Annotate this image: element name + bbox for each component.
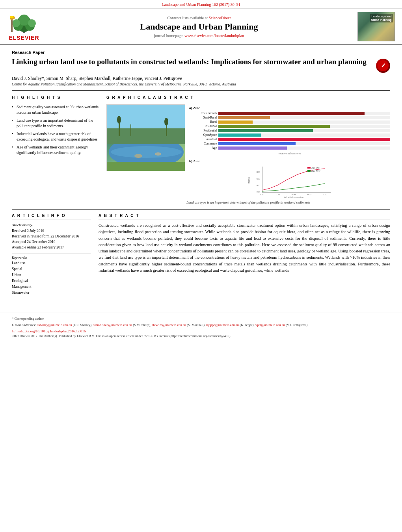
svg-text:✓: ✓ (381, 62, 386, 69)
article-title-text: Linking urban land use to pollutants in … (12, 57, 372, 67)
svg-rect-17 (130, 124, 131, 136)
keyword: Spatial (12, 266, 91, 272)
svg-text:industrial proportion: industrial proportion (284, 196, 303, 198)
svg-text:600: 600 (257, 178, 260, 180)
email-pettigrove[interactable]: vpet@unimelb.edu.au (255, 323, 285, 327)
bar-label: Semi-Rural (189, 116, 217, 119)
graphical-abstract-heading: G R A P H I C A L A B S T R A C T (106, 95, 390, 101)
bar-outer (218, 138, 390, 141)
bar-label: Age (189, 146, 217, 150)
bar-outer (218, 146, 390, 150)
sciencedirect-line: Contents lists available at ScienceDirec… (46, 16, 352, 20)
svg-rect-37 (307, 167, 311, 169)
svg-text:0.00: 0.00 (260, 193, 264, 196)
bar-inner (218, 138, 390, 141)
bar-outer (218, 125, 390, 128)
svg-rect-22 (107, 162, 185, 171)
list-item: Sediment quality was assessed at 98 urba… (12, 104, 99, 115)
bar-outer (218, 129, 390, 132)
bar-inner (218, 142, 296, 145)
bar-row: Urban Growth (189, 111, 390, 115)
crossmark-icon[interactable]: ✓ (376, 59, 390, 73)
authors: David J. Sharley*, Simon M. Sharp, Steph… (12, 76, 390, 81)
chart-a-title: a) Zinc (189, 106, 390, 110)
email-label: E-mail addresses: (12, 323, 36, 327)
article-title-row: Linking urban land use to pollutants in … (12, 57, 390, 73)
svg-text:800: 800 (257, 171, 260, 173)
email-sharley[interactable]: dsharley@unimelb.edu.au (37, 323, 72, 327)
crossmark-logo: ✓ (376, 59, 390, 73)
corresponding-note-text: * Corresponding author. (12, 317, 44, 321)
svg-point-16 (117, 116, 121, 124)
keyword: Ecological (12, 278, 91, 284)
bar-label: OpenSpace (189, 133, 217, 137)
journal-top-link-text[interactable]: Landscape and Urban Planning 162 (2017) … (162, 2, 240, 7)
chart-a-axis-label: relative influence % (189, 152, 390, 155)
email-marshall[interactable]: steve.m@unimelb.edu.au (152, 323, 186, 327)
keyword: Stormwater (12, 290, 91, 296)
bar-inner (218, 116, 270, 119)
paper-type: Research Paper (12, 50, 390, 55)
svg-text:1.00: 1.00 (323, 193, 328, 196)
affiliation: Centre for Aquatic Pollution Identificat… (12, 82, 390, 91)
footer: * Corresponding author. E-mail addresses… (0, 313, 402, 342)
ga-chart-area: a) Zinc Urban Growth Semi-Rural (189, 104, 390, 199)
crossmark-svg: ✓ (377, 60, 389, 72)
received-text: Received 6 July 2016 (12, 228, 91, 234)
sciencedirect-link[interactable]: ScienceDirect (208, 16, 231, 20)
ga-caption: Land use type is an important determinan… (106, 200, 390, 204)
bar-chart-container: a) Zinc Urban Growth Semi-Rural (189, 104, 390, 157)
header-band: ELSEVIER Contents lists available at Sci… (0, 9, 402, 45)
email-sharp[interactable]: simon.shap@unimelb.edu.au (93, 323, 132, 327)
email-footnote: E-mail addresses: dsharley@unimelb.edu.a… (12, 323, 390, 328)
svg-text:0.75: 0.75 (307, 193, 312, 196)
highlights-graphical-section: H I G H L I G H T S Sediment quality was… (12, 95, 390, 204)
svg-rect-39 (307, 170, 311, 172)
bar-label: Residential (189, 129, 217, 132)
bar-label: Industrial (189, 137, 217, 141)
bar-row: OpenSpace (189, 133, 390, 137)
bar-label: Road/Rail (189, 124, 217, 128)
journal-homepage: journal homepage: www.elsevier.com/locat… (46, 33, 352, 38)
article-info-heading: A R T I C L E I N F O (12, 213, 91, 219)
bar-label: Commerce (189, 142, 217, 145)
graphical-abstract-col: G R A P H I C A L A B S T R A C T (106, 95, 390, 204)
ga-wetland-image (106, 104, 185, 171)
elsevier-wordmark: ELSEVIER (9, 35, 39, 41)
bar-inner (218, 125, 330, 128)
accepted-text: Accepted 24 December 2016 (12, 239, 91, 245)
header-center: Contents lists available at ScienceDirec… (46, 16, 352, 38)
bar-row: Road/Rail (189, 124, 390, 128)
bar-inner (218, 120, 253, 124)
svg-text:Age Old: Age Old (311, 167, 320, 169)
corresponding-note: * Corresponding author. (12, 316, 390, 321)
doi-link[interactable]: http://dx.doi.org/10.1016/j.landurbplan.… (12, 329, 86, 333)
abstract-text: Constructed wetlands are recognised as a… (99, 222, 390, 274)
bar-row: Rural (189, 120, 390, 124)
keyword: Management (12, 284, 91, 290)
main-content: Research Paper Linking urban land use to… (0, 45, 402, 305)
svg-text:400: 400 (257, 184, 260, 187)
bar-outer (218, 116, 390, 119)
bar-row: Age (189, 146, 390, 150)
homepage-url[interactable]: www.elsevier.com/locate/landurbplan (184, 33, 244, 38)
bar-inner (218, 146, 287, 150)
journal-thumbnail: Landscape andUrban Planning (357, 12, 395, 41)
revised-text: Received in revised form 22 December 201… (12, 234, 91, 239)
bar-outer (218, 120, 390, 124)
svg-text:Age New: Age New (311, 170, 320, 172)
divider (12, 209, 390, 209)
kw-divider (12, 254, 91, 254)
bar-row: Semi-Rural (189, 116, 390, 119)
header-right: Landscape andUrban Planning (356, 12, 396, 41)
svg-text:200: 200 (257, 191, 260, 193)
journal-top-link[interactable]: Landscape and Urban Planning 162 (2017) … (0, 0, 402, 9)
bar-row: Industrial (189, 137, 390, 141)
journal-thumb-text: Landscape andUrban Planning (370, 14, 393, 22)
homepage-label: journal homepage: (154, 33, 184, 38)
email-jeppe[interactable]: kjeppe@unimelb.edu.au (206, 323, 239, 327)
svg-text:0.50: 0.50 (292, 193, 296, 196)
bar-label: Urban Growth (189, 111, 217, 115)
bar-row: Commerce (189, 142, 390, 145)
article-info-col: A R T I C L E I N F O Article history: R… (12, 213, 91, 296)
